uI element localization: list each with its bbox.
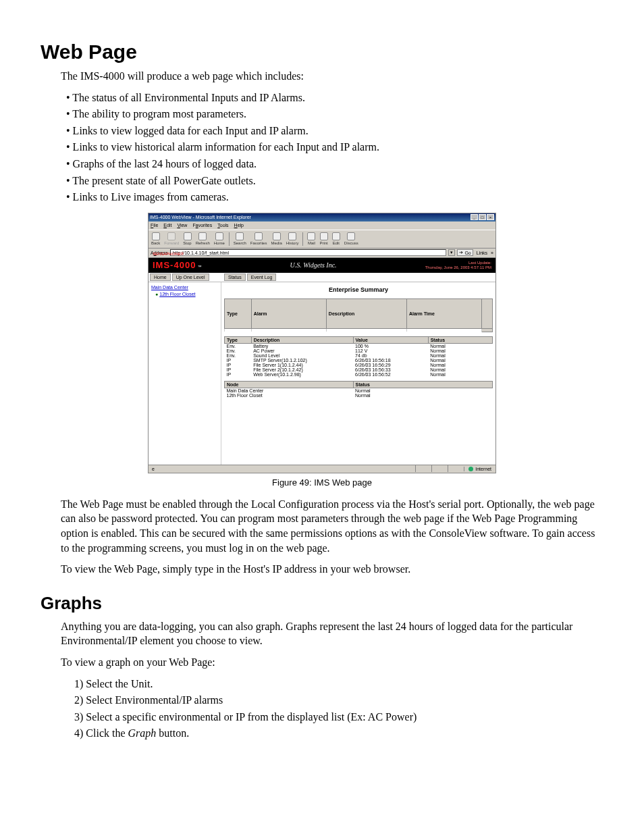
close-icon[interactable]: × xyxy=(487,214,494,220)
home-icon xyxy=(215,232,223,240)
step-item: 3) Select a specific environmental or IP… xyxy=(74,710,603,725)
mail-button[interactable]: Mail xyxy=(307,232,315,245)
table-row: Env.AC Power112 VNormal xyxy=(225,348,493,353)
address-dropdown-icon[interactable]: ▾ xyxy=(448,249,455,256)
search-icon xyxy=(236,232,244,240)
th-node: Node xyxy=(225,381,354,388)
th-description: Description xyxy=(251,336,353,343)
maximize-icon[interactable]: □ xyxy=(479,214,486,220)
search-button[interactable]: Search xyxy=(234,232,246,245)
bullet-item: The status of all Environmental Inputs a… xyxy=(66,90,603,105)
discuss-icon xyxy=(347,232,355,240)
address-input[interactable]: http://10.1.4.10/f_start.html xyxy=(170,249,447,256)
stop-button[interactable]: Stop xyxy=(183,232,191,245)
address-bar: Address http://10.1.4.10/f_start.html ▾ … xyxy=(149,249,495,258)
forward-icon xyxy=(167,232,176,240)
heading-web-page: Web Page xyxy=(41,41,603,63)
th-status: Status xyxy=(353,381,492,388)
menu-bar: File Edit View Favorites Tools Help xyxy=(149,221,495,230)
screenshot-ie-window: IMS-4000 WebView - Microsoft Internet Ex… xyxy=(148,213,496,473)
main-area: Enterprise Summary Type Alarm Descriptio… xyxy=(221,282,495,465)
after-fig-p1: The Web Page must be enabled through the… xyxy=(61,497,603,555)
window-title: IMS-4000 WebView - Microsoft Internet Ex… xyxy=(150,215,251,219)
home-button[interactable]: Home xyxy=(214,232,225,245)
go-icon: ➔ xyxy=(459,250,463,255)
bullet-item: The present state of all PowerGate outle… xyxy=(66,174,603,188)
th-value: Value xyxy=(353,336,428,343)
th-type: Type xyxy=(225,298,252,329)
eventlog-button[interactable]: Event Log xyxy=(247,273,277,281)
window-titlebar: IMS-4000 WebView - Microsoft Internet Ex… xyxy=(149,213,495,221)
favorites-button[interactable]: Favorites xyxy=(250,232,267,245)
table-row: IPFile Server 2(10.1.2.42)6/26/03 16:56:… xyxy=(225,367,493,372)
media-button[interactable]: Media xyxy=(271,232,281,245)
bullet-item: Links to view historical alarm informati… xyxy=(66,140,603,155)
globe-icon xyxy=(468,467,473,471)
refresh-button[interactable]: Refresh xyxy=(196,232,210,245)
table-row: IPSMTP Server(10.1.2.102)6/26/03 16:56:1… xyxy=(225,358,493,363)
status-button[interactable]: Status xyxy=(224,273,246,281)
step-item: 2) Select Environmental/IP alarms xyxy=(74,693,603,708)
refresh-icon xyxy=(198,232,207,240)
th-type: Type xyxy=(225,336,252,343)
edit-button[interactable]: Edit xyxy=(332,232,340,245)
alarm-table: Type Alarm Description Alarm Time xyxy=(224,298,493,332)
links-label[interactable]: Links xyxy=(475,251,489,255)
graphs-p1: Anything you are data-logging, you can a… xyxy=(61,619,603,648)
menu-favorites[interactable]: Favorites xyxy=(192,223,212,228)
ims-logo: IMS-4000 xyxy=(153,260,196,270)
th-status: Status xyxy=(428,336,492,343)
print-icon xyxy=(320,232,328,240)
th-description: Description xyxy=(326,298,406,329)
print-button[interactable]: Print xyxy=(319,232,327,245)
minimize-icon[interactable]: _ xyxy=(471,214,478,220)
bullet-item: Links to Live images from cameras. xyxy=(66,190,603,205)
graphs-p2: To view a graph on your Web Page: xyxy=(61,655,603,670)
history-icon xyxy=(288,232,296,240)
tree-root-link[interactable]: Main Data Center xyxy=(151,285,188,290)
bullet-item: Links to view logged data for each Input… xyxy=(66,124,603,138)
table-row: Env.Battery100 %Normal xyxy=(225,343,493,348)
menu-view[interactable]: View xyxy=(177,223,187,228)
discuss-button[interactable]: Discuss xyxy=(344,232,358,245)
menu-edit[interactable]: Edit xyxy=(163,223,171,228)
bullet-list: The status of all Environmental Inputs a… xyxy=(66,90,603,205)
node-table: Node Status Main Data CenterNormal 12th … xyxy=(224,381,493,398)
forward-button[interactable]: Forward xyxy=(164,232,179,245)
summary-title: Enterprise Summary xyxy=(221,282,495,298)
toolbar: Back Forward Stop Refresh Home Search Fa… xyxy=(149,230,495,249)
menu-file[interactable]: File xyxy=(151,223,158,228)
th-scroll xyxy=(482,298,493,329)
table-row: 12th Floor ClosetNormal xyxy=(225,393,493,398)
tree-child-link[interactable]: 12th Floor Closet xyxy=(159,292,195,296)
zone-internet: Internet xyxy=(464,467,495,471)
status-bar: e Internet xyxy=(149,465,495,473)
steps-list: 1) Select the Unit. 2) Select Environmen… xyxy=(74,677,603,741)
edit-icon xyxy=(332,232,340,240)
media-icon xyxy=(273,232,281,240)
table-row: IPWeb Server(10.1.2.98)6/26/03 16:56:52N… xyxy=(225,372,493,377)
figure-caption: Figure 49: IMS Web page xyxy=(41,477,603,488)
history-button[interactable]: History xyxy=(286,232,299,245)
sensaphone-label: SENSAPHONE® xyxy=(153,252,184,256)
last-update: Last Update: Thursday, June 26, 2003 4:5… xyxy=(425,261,491,269)
th-alarm: Alarm xyxy=(251,298,326,329)
env-table: Type Description Value Status Env.Batter… xyxy=(224,336,493,377)
table-row: IPFile Server 1(10.1.2.44)6/26/03 16:56:… xyxy=(225,363,493,367)
links-chevron-icon[interactable]: » xyxy=(491,251,493,255)
nav-home-button[interactable]: Home xyxy=(150,273,171,281)
th-alarm-time: Alarm Time xyxy=(406,298,481,329)
go-button[interactable]: ➔Go xyxy=(457,249,473,256)
brand-bar: SENSAPHONE® IMS-4000™ U.S. Widgets Inc. … xyxy=(149,258,495,273)
table-row: Main Data CenterNormal xyxy=(225,388,493,393)
back-button[interactable]: Back xyxy=(151,232,160,245)
step-item: 1) Select the Unit. xyxy=(74,677,603,692)
heading-graphs: Graphs xyxy=(41,593,603,614)
menu-help[interactable]: Help xyxy=(234,223,244,228)
company-name: U.S. Widgets Inc. xyxy=(201,261,425,269)
nav-up-button[interactable]: Up One Level xyxy=(172,273,209,281)
menu-tools[interactable]: Tools xyxy=(217,223,228,228)
after-fig-p2: To view the Web Page, simply type in the… xyxy=(61,562,603,577)
bullet-icon: ● xyxy=(155,292,158,296)
mail-icon xyxy=(307,232,315,240)
